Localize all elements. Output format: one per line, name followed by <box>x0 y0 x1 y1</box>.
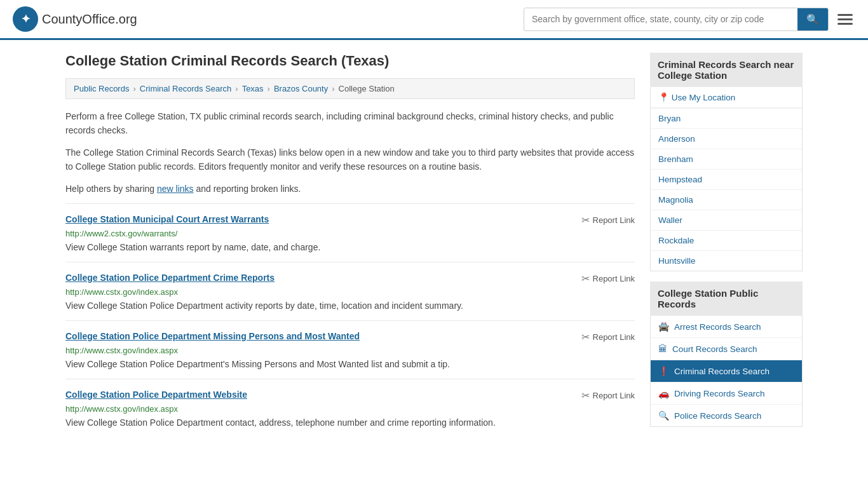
logo-text: CountyOffice.org <box>42 12 137 27</box>
resource-header: College Station Police Department Crime … <box>65 273 635 285</box>
resource-header: College Station Municipal Court Arrest W… <box>65 214 635 226</box>
description-3: Help others by sharing new links and rep… <box>65 182 635 196</box>
description-1: Perform a free College Station, TX publi… <box>65 109 635 138</box>
public-records-item-2: ❗ Criminal Records Search <box>651 360 802 383</box>
content-area: College Station Criminal Records Search … <box>65 53 635 437</box>
resource-item: College Station Municipal Court Arrest W… <box>65 203 635 262</box>
public-records-item-3: 🚗 Driving Records Search <box>651 383 802 405</box>
nearby-city-6: Rockdale <box>651 231 802 251</box>
logo-icon: ✦ <box>13 6 38 32</box>
nearby-city-5: Waller <box>651 210 802 231</box>
resource-url-3: http://www.cstx.gov/index.aspx <box>65 404 635 414</box>
resource-item: College Station Police Department Crime … <box>65 262 635 320</box>
search-button[interactable]: 🔍 <box>797 8 828 30</box>
breadcrumb-texas[interactable]: Texas <box>242 84 264 93</box>
breadcrumb-college-station: College Station <box>339 84 395 93</box>
report-link-button-1[interactable]: ✂ Report Link <box>581 273 635 285</box>
public-records-link-2[interactable]: ❗ Criminal Records Search <box>651 360 802 382</box>
public-records-item-1: 🏛 Court Records Search <box>651 338 802 360</box>
logo-area: ✦ CountyOffice.org <box>13 6 137 32</box>
arrest-icon: 🚔 <box>658 322 669 332</box>
police-icon: 🔍 <box>658 410 669 421</box>
resource-url-2: http://www.cstx.gov/index.aspx <box>65 346 635 355</box>
resource-url-1: http://www.cstx.gov/index.aspx <box>65 287 635 297</box>
resource-title-3[interactable]: College Station Police Department Websit… <box>65 390 247 400</box>
menu-button[interactable] <box>835 11 855 27</box>
nearby-city-7: Huntsville <box>651 251 802 271</box>
search-input[interactable] <box>524 9 797 29</box>
resource-desc-0: View College Station warrants report by … <box>65 241 635 254</box>
nearby-city-3: Hempstead <box>651 170 802 190</box>
site-header: ✦ CountyOffice.org 🔍 <box>0 0 868 40</box>
public-records-item-0: 🚔 Arrest Records Search <box>651 316 802 338</box>
sidebar-public-records-section: College Station Public Records 🚔 Arrest … <box>650 281 803 427</box>
public-records-link-0[interactable]: 🚔 Arrest Records Search <box>651 316 802 337</box>
breadcrumb: Public Records › Criminal Records Search… <box>65 78 635 99</box>
resource-desc-3: View College Station Police Department c… <box>65 416 635 430</box>
nearby-city-link-4[interactable]: Magnolia <box>651 190 802 210</box>
nearby-city-link-6[interactable]: Rockdale <box>651 231 802 250</box>
unlink-icon: ✂ <box>581 331 590 343</box>
public-records-list: 🚔 Arrest Records Search 🏛 Court Records … <box>650 316 803 427</box>
nearby-cities-list: 📍 Use My Location Bryan Anderson Brenham… <box>650 87 803 271</box>
search-bar: 🔍 <box>524 8 829 31</box>
new-links-link[interactable]: new links <box>157 184 194 194</box>
nearby-city-link-2[interactable]: Brenham <box>651 149 802 169</box>
resource-desc-1: View College Station Police Department a… <box>65 299 635 313</box>
resource-list: College Station Municipal Court Arrest W… <box>65 203 635 437</box>
breadcrumb-criminal-records-search[interactable]: Criminal Records Search <box>140 84 232 93</box>
page-title: College Station Criminal Records Search … <box>65 53 635 69</box>
nearby-city-link-5[interactable]: Waller <box>651 210 802 230</box>
report-link-button-2[interactable]: ✂ Report Link <box>581 331 635 343</box>
unlink-icon: ✂ <box>581 273 590 285</box>
public-records-link-3[interactable]: 🚗 Driving Records Search <box>651 383 802 404</box>
nearby-city-link-0[interactable]: Bryan <box>651 109 802 128</box>
sidebar-public-records-heading: College Station Public Records <box>650 281 803 316</box>
sidebar-nearby-heading: Criminal Records Search near College Sta… <box>650 53 803 87</box>
nearby-city-4: Magnolia <box>651 190 802 210</box>
court-icon: 🏛 <box>658 344 667 354</box>
public-records-link-4[interactable]: 🔍 Police Records Search <box>651 405 802 426</box>
resource-header: College Station Police Department Websit… <box>65 390 635 402</box>
breadcrumb-public-records[interactable]: Public Records <box>74 84 129 93</box>
use-my-location-item[interactable]: 📍 Use My Location <box>651 87 802 109</box>
report-link-button-3[interactable]: ✂ Report Link <box>581 390 635 402</box>
description-2: The College Station Criminal Records Sea… <box>65 146 635 174</box>
driving-icon: 🚗 <box>658 388 669 398</box>
location-icon: 📍 <box>658 92 669 102</box>
unlink-icon: ✂ <box>581 214 590 226</box>
resource-url-0: http://www2.cstx.gov/warrants/ <box>65 229 635 238</box>
resource-item: College Station Police Department Missin… <box>65 320 635 379</box>
nearby-city-link-7[interactable]: Huntsville <box>651 251 802 271</box>
resource-item: College Station Police Department Websit… <box>65 379 635 437</box>
nearby-city-link-3[interactable]: Hempstead <box>651 170 802 189</box>
resource-header: College Station Police Department Missin… <box>65 331 635 343</box>
main-container: College Station Criminal Records Search … <box>53 40 815 450</box>
resource-title-1[interactable]: College Station Police Department Crime … <box>65 273 275 283</box>
nearby-city-2: Brenham <box>651 149 802 170</box>
nearby-city-0: Bryan <box>651 109 802 129</box>
criminal-icon: ❗ <box>658 366 669 376</box>
resource-desc-2: View College Station Police Department's… <box>65 358 635 371</box>
nearby-city-1: Anderson <box>651 129 802 149</box>
resource-title-2[interactable]: College Station Police Department Missin… <box>65 331 360 341</box>
unlink-icon: ✂ <box>581 390 590 402</box>
sidebar-nearby-section: Criminal Records Search near College Sta… <box>650 53 803 271</box>
resource-title-0[interactable]: College Station Municipal Court Arrest W… <box>65 214 269 224</box>
public-records-link-1[interactable]: 🏛 Court Records Search <box>651 338 802 360</box>
svg-text:✦: ✦ <box>21 13 31 25</box>
nearby-city-link-1[interactable]: Anderson <box>651 129 802 149</box>
use-my-location-link[interactable]: 📍 Use My Location <box>651 87 802 108</box>
sidebar: Criminal Records Search near College Sta… <box>650 53 803 437</box>
breadcrumb-brazos-county[interactable]: Brazos County <box>274 84 328 93</box>
report-link-button-0[interactable]: ✂ Report Link <box>581 214 635 226</box>
header-right: 🔍 <box>524 8 855 31</box>
public-records-item-4: 🔍 Police Records Search <box>651 405 802 426</box>
